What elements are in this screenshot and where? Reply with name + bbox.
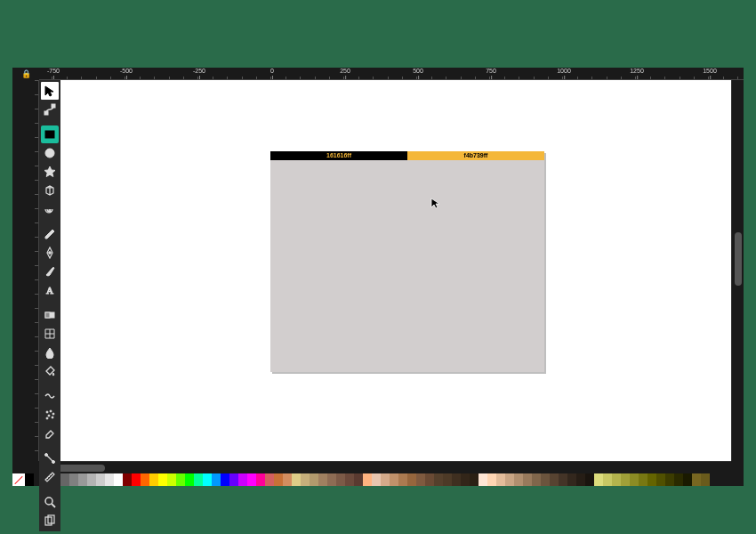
color-swatch[interactable] xyxy=(69,473,78,486)
color-swatch[interactable] xyxy=(621,473,630,486)
color-swatch[interactable] xyxy=(541,473,550,486)
color-swatch[interactable] xyxy=(274,473,283,486)
ruler-lock-icon[interactable]: 🔒 xyxy=(12,68,39,80)
color-swatch[interactable] xyxy=(612,473,621,486)
color-swatch[interactable] xyxy=(105,473,114,486)
color-swatch[interactable] xyxy=(390,473,398,486)
color-swatch[interactable] xyxy=(398,473,407,486)
color-swatch[interactable] xyxy=(185,473,194,486)
color-swatch[interactable] xyxy=(363,473,372,486)
ruler-vertical[interactable] xyxy=(12,80,39,461)
color-swatch[interactable] xyxy=(479,473,487,486)
color-swatch[interactable] xyxy=(576,473,585,486)
color-swatch[interactable] xyxy=(407,473,416,486)
color-swatch[interactable] xyxy=(167,473,176,486)
ruler-horizontal[interactable]: -750-500-25002505007501000125015001750 xyxy=(39,68,744,80)
color-swatch[interactable] xyxy=(532,473,541,486)
pages-tool[interactable] xyxy=(41,512,59,530)
color-swatch[interactable] xyxy=(692,473,701,486)
measure-tool[interactable] xyxy=(41,468,59,486)
color-swatch[interactable] xyxy=(674,473,683,486)
color-swatch[interactable] xyxy=(656,473,665,486)
star-tool[interactable] xyxy=(41,163,59,181)
color-swatch[interactable] xyxy=(585,473,594,486)
color-swatch[interactable] xyxy=(505,473,514,486)
pencil-tool[interactable] xyxy=(41,225,59,243)
color-swatch[interactable] xyxy=(141,473,149,486)
3dbox-tool[interactable] xyxy=(41,182,59,199)
color-swatch[interactable] xyxy=(559,473,567,486)
color-swatch[interactable] xyxy=(434,473,443,486)
color-swatch[interactable] xyxy=(550,473,559,486)
color-swatch[interactable] xyxy=(594,473,603,486)
color-swatch[interactable] xyxy=(701,473,710,486)
color-swatch[interactable] xyxy=(345,473,354,486)
color-swatch[interactable] xyxy=(336,473,345,486)
color-swatch[interactable] xyxy=(416,473,425,486)
eraser-tool[interactable] xyxy=(41,425,59,442)
color-swatch[interactable] xyxy=(603,473,612,486)
color-swatch[interactable] xyxy=(381,473,390,486)
color-swatch[interactable] xyxy=(265,473,274,486)
color-swatch[interactable] xyxy=(221,473,229,486)
color-swatch[interactable] xyxy=(247,473,256,486)
color-swatch[interactable] xyxy=(176,473,185,486)
scrollbar-horizontal[interactable] xyxy=(39,461,731,473)
color-swatch[interactable] xyxy=(310,473,318,486)
color-swatch[interactable] xyxy=(60,473,69,486)
color-swatch[interactable] xyxy=(372,473,381,486)
color-swatch[interactable] xyxy=(132,473,141,486)
color-swatch[interactable] xyxy=(238,473,247,486)
scrollbar-vertical[interactable] xyxy=(731,80,744,461)
selector-tool[interactable] xyxy=(41,82,59,100)
color-swatch[interactable] xyxy=(194,473,203,486)
color-swatch-none[interactable] xyxy=(12,473,25,486)
text-tool[interactable]: A xyxy=(41,281,59,299)
color-swatch[interactable] xyxy=(87,473,96,486)
color-swatch[interactable] xyxy=(114,473,123,486)
connector-tool[interactable] xyxy=(41,449,59,467)
color-swatch[interactable] xyxy=(149,473,158,486)
canvas[interactable]: 161616ff f4b739ff xyxy=(39,80,744,461)
color-swatch[interactable] xyxy=(639,473,647,486)
rectangle-tool[interactable] xyxy=(41,125,59,143)
spiral-tool[interactable] xyxy=(41,200,59,218)
rectangle-object[interactable]: 161616ff f4b739ff xyxy=(270,151,544,372)
bezier-tool[interactable] xyxy=(41,244,59,262)
color-swatch[interactable] xyxy=(229,473,238,486)
color-swatch[interactable] xyxy=(461,473,470,486)
color-swatch[interactable] xyxy=(301,473,310,486)
color-swatch[interactable] xyxy=(514,473,523,486)
color-swatch[interactable] xyxy=(292,473,301,486)
color-swatch[interactable] xyxy=(212,473,221,486)
color-swatch[interactable] xyxy=(523,473,532,486)
color-swatch[interactable] xyxy=(318,473,327,486)
tweak-tool[interactable] xyxy=(41,387,59,405)
node-tool[interactable] xyxy=(41,101,59,118)
calligraphy-tool[interactable] xyxy=(41,263,59,280)
color-swatch[interactable] xyxy=(283,473,292,486)
color-swatch[interactable] xyxy=(327,473,336,486)
scrollbar-vertical-thumb[interactable] xyxy=(735,232,742,286)
color-swatch[interactable] xyxy=(123,473,132,486)
color-swatch[interactable] xyxy=(25,473,34,486)
paintbucket-tool[interactable] xyxy=(41,362,59,380)
color-swatch[interactable] xyxy=(683,473,692,486)
canvas-viewport[interactable]: 161616ff f4b739ff xyxy=(39,80,744,461)
color-swatch[interactable] xyxy=(425,473,434,486)
color-swatch[interactable] xyxy=(665,473,674,486)
color-swatch[interactable] xyxy=(487,473,496,486)
zoom-tool[interactable] xyxy=(41,493,59,511)
dropper-tool[interactable] xyxy=(41,344,59,361)
color-swatch[interactable] xyxy=(96,473,105,486)
color-swatch[interactable] xyxy=(630,473,639,486)
color-swatch[interactable] xyxy=(470,473,479,486)
color-swatch[interactable] xyxy=(354,473,363,486)
gradient-tool[interactable] xyxy=(41,306,59,324)
ellipse-tool[interactable] xyxy=(41,144,59,162)
color-swatch[interactable] xyxy=(647,473,656,486)
color-swatch[interactable] xyxy=(443,473,452,486)
color-swatch[interactable] xyxy=(496,473,505,486)
mesh-tool[interactable] xyxy=(41,325,59,343)
color-swatch[interactable] xyxy=(567,473,576,486)
